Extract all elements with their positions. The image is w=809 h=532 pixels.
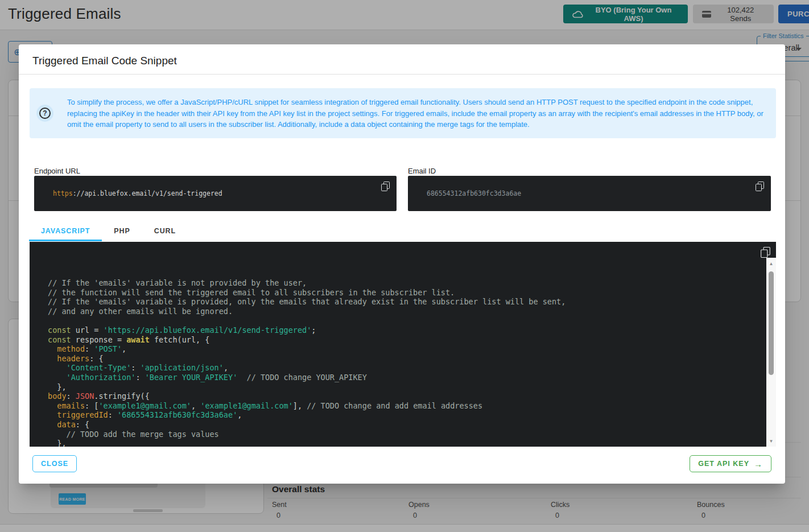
code-line: // If the 'emails' variable is not provi… [48, 278, 766, 288]
scrollbar-down-arrow[interactable]: ▼ [766, 436, 776, 446]
code-line: emails: ['example1@gmail.com', 'example1… [48, 401, 766, 411]
code-line: 'Authorization': 'Bearer YOUR_APIKEY' //… [48, 373, 766, 382]
code-line [48, 316, 766, 325]
app-root: Triggered Emails BYO (Bring Your Own AWS… [0, 0, 809, 532]
code-line: 'Content-Type': 'application/json', [48, 363, 766, 373]
language-tabs: JAVASCRIPT PHP CURL [29, 221, 188, 241]
endpoint-url-value: https://api.bluefox.email/v1/send-trigge… [53, 176, 222, 211]
code-line: const response = await fetch(url, { [48, 335, 766, 345]
copy-endpoint-button[interactable] [381, 182, 390, 191]
email-id-value: 686554312afb630fc3d3a6ae [427, 176, 521, 211]
code-snippet-dialog: Triggered Email Code Snippet ? To simpli… [19, 44, 785, 484]
code-line: }, [48, 382, 766, 392]
email-id-field: 686554312afb630fc3d3a6ae [408, 176, 771, 211]
arrow-right-icon: → [754, 460, 763, 468]
close-button[interactable]: CLOSE [32, 455, 77, 472]
endpoint-url-label: Endpoint URL [34, 167, 80, 175]
scrollbar-thumb[interactable] [769, 271, 774, 375]
code-line: const url = 'https://api.bluefox.email/v… [48, 325, 766, 335]
code-line: // and any other emails will be ignored. [48, 307, 766, 316]
code-line: headers: { [48, 354, 766, 364]
code-line: }, [48, 439, 766, 447]
tab-curl[interactable]: CURL [142, 221, 188, 241]
help-icon: ? [36, 105, 53, 122]
code-line: data: { [48, 420, 766, 430]
code-line: // the function will send the triggered … [48, 288, 766, 298]
code-line: method: 'POST', [48, 344, 766, 354]
code-line: // TODO add the merge tags values [48, 430, 766, 439]
code-line: body: JSON.stringify({ [48, 391, 766, 401]
tab-php[interactable]: PHP [102, 221, 142, 241]
get-api-key-button[interactable]: GET API KEY → [690, 455, 771, 472]
copy-code-button[interactable] [761, 247, 770, 258]
code-line: triggeredId: '686554312afb630fc3d3a6ae', [48, 410, 766, 420]
info-banner: ? To simplify the process, we offer a Ja… [30, 88, 776, 138]
scrollbar-up-arrow[interactable]: ▲ [766, 259, 776, 268]
code-line: // If the 'emails' variable is provided,… [48, 297, 766, 307]
info-banner-text: To simplify the process, we offer a Java… [67, 97, 770, 130]
code-snippet-block: // If the 'emails' variable is not provi… [30, 242, 776, 447]
email-id-label: Email ID [408, 167, 436, 175]
divider [19, 74, 785, 75]
tab-javascript[interactable]: JAVASCRIPT [29, 221, 102, 241]
dialog-title: Triggered Email Code Snippet [32, 55, 177, 67]
code-scrollbar[interactable]: ▲ ▼ [766, 258, 776, 447]
endpoint-url-field: https://api.bluefox.email/v1/send-trigge… [34, 176, 397, 211]
get-api-key-label: GET API KEY [698, 460, 749, 468]
code-content: // If the 'emails' variable is not provi… [30, 258, 766, 447]
code-scroll-area: // If the 'emails' variable is not provi… [30, 258, 766, 447]
copy-email-id-button[interactable] [756, 182, 764, 191]
